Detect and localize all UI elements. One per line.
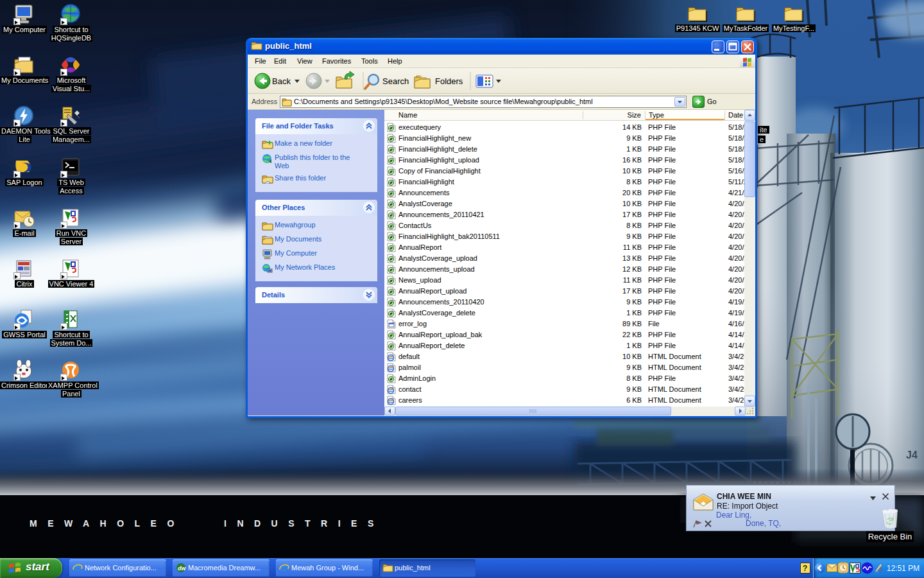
svg-text:J4: J4 [906,450,918,460]
svg-text:Search: Search [382,76,409,86]
svg-text:dw: dw [178,565,186,572]
svg-text:?: ? [803,564,807,573]
svg-text:Back: Back [272,76,291,86]
svg-text:Folders: Folders [435,76,463,86]
